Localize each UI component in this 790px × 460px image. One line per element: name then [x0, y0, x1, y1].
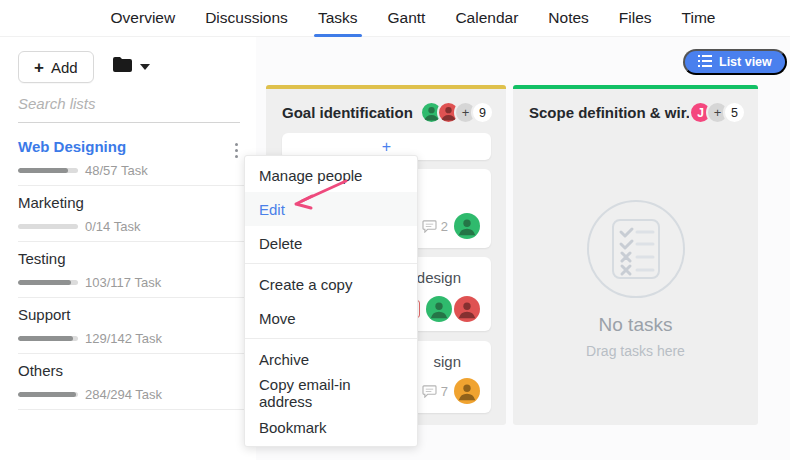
add-list-button-label: Add — [51, 59, 78, 76]
column-title[interactable]: Scope definition & wir... — [529, 104, 689, 121]
kebab-menu-icon[interactable] — [235, 140, 238, 161]
list-view-icon — [698, 55, 712, 70]
task-count: 284/294 Task — [85, 387, 162, 402]
task-count: 48/57 Task — [85, 163, 148, 178]
avatar[interactable] — [454, 296, 480, 322]
task-title-fragment: design — [417, 269, 461, 286]
task-title-fragment: sign — [433, 353, 461, 370]
progress-bar — [18, 168, 78, 173]
list-name[interactable]: Testing — [18, 250, 238, 267]
menu-item-delete[interactable]: Delete — [245, 226, 417, 260]
tab-files[interactable]: Files — [619, 9, 652, 27]
menu-divider — [245, 338, 417, 339]
comment-icon — [422, 220, 437, 233]
list-context-menu: Manage people Edit Delete Create a copy … — [244, 155, 418, 447]
task-count-badge: 5 — [723, 101, 746, 124]
list-item-others[interactable]: Others 284/294 Task — [0, 354, 256, 410]
list-view-button[interactable]: List view — [683, 49, 787, 75]
menu-item-manage-people[interactable]: Manage people — [245, 158, 417, 192]
task-lists: Web Designing 48/57 Task Marketing 0/14 … — [0, 130, 256, 410]
task-count: 129/142 Task — [85, 331, 162, 346]
tab-notes[interactable]: Notes — [548, 9, 589, 27]
folder-icon — [112, 56, 133, 77]
avatar[interactable] — [426, 296, 452, 322]
list-item-marketing[interactable]: Marketing 0/14 Task — [0, 186, 256, 242]
progress-bar — [18, 392, 78, 397]
avatar[interactable] — [454, 213, 480, 239]
comment-icon — [422, 385, 437, 398]
list-name[interactable]: Marketing — [18, 194, 238, 211]
column-avatars[interactable]: J + 5 — [689, 101, 746, 124]
list-name[interactable]: Support — [18, 306, 238, 323]
progress-bar — [18, 280, 78, 285]
progress-bar — [18, 224, 78, 229]
list-item-support[interactable]: Support 129/142 Task — [0, 298, 256, 354]
menu-item-bookmark[interactable]: Bookmark — [245, 410, 417, 444]
menu-item-edit[interactable]: Edit — [245, 192, 417, 226]
task-count: 0/14 Task — [85, 219, 140, 234]
progress-bar — [18, 336, 78, 341]
menu-item-move[interactable]: Move — [245, 301, 417, 335]
menu-divider — [245, 263, 417, 264]
board-column-scope-definition: Scope definition & wir... J + 5 No tasks… — [513, 85, 758, 425]
tab-gantt[interactable]: Gantt — [388, 9, 426, 27]
column-avatars[interactable]: + 9 — [420, 101, 494, 124]
search-lists-wrap — [18, 89, 240, 123]
plus-icon: + — [34, 59, 44, 76]
no-tasks-text: No tasks — [513, 314, 758, 336]
list-item-web-designing[interactable]: Web Designing 48/57 Task — [0, 130, 256, 186]
tab-overview[interactable]: Overview — [111, 9, 176, 27]
menu-item-copy-email-in-address[interactable]: Copy email-in address — [245, 376, 417, 410]
top-nav: Overview Discussions Tasks Gantt Calenda… — [0, 0, 790, 37]
tab-calendar[interactable]: Calendar — [455, 9, 518, 27]
list-name[interactable]: Web Designing — [18, 138, 238, 155]
task-count: 103/117 Task — [85, 275, 161, 290]
task-count-badge: 9 — [471, 101, 494, 124]
menu-item-archive[interactable]: Archive — [245, 342, 417, 376]
list-name[interactable]: Others — [18, 362, 238, 379]
drag-tasks-hint: Drag tasks here — [513, 343, 758, 359]
chevron-down-icon — [140, 64, 150, 70]
comment-count: 7 — [422, 384, 448, 399]
menu-item-create-a-copy[interactable]: Create a copy — [245, 267, 417, 301]
tab-time[interactable]: Time — [682, 9, 716, 27]
list-item-testing[interactable]: Testing 103/117 Task — [0, 242, 256, 298]
list-view-label: List view — [719, 55, 772, 69]
column-header: Scope definition & wir... J + 5 — [513, 89, 758, 134]
tab-discussions[interactable]: Discussions — [205, 9, 288, 27]
add-list-button[interactable]: + Add — [18, 51, 94, 83]
tab-tasks[interactable]: Tasks — [318, 9, 358, 27]
sidebar: + Add Web Designing 48/57 Task Marketing — [0, 37, 256, 460]
search-lists-input[interactable] — [18, 89, 240, 122]
folder-filter-dropdown[interactable] — [112, 56, 150, 77]
empty-column-state: No tasks Drag tasks here — [513, 200, 758, 359]
comment-count: 2 — [422, 219, 448, 234]
column-title[interactable]: Goal identification — [282, 104, 420, 121]
column-header: Goal identification + 9 — [266, 89, 506, 134]
avatar[interactable] — [454, 378, 480, 404]
no-tasks-icon — [587, 200, 685, 298]
